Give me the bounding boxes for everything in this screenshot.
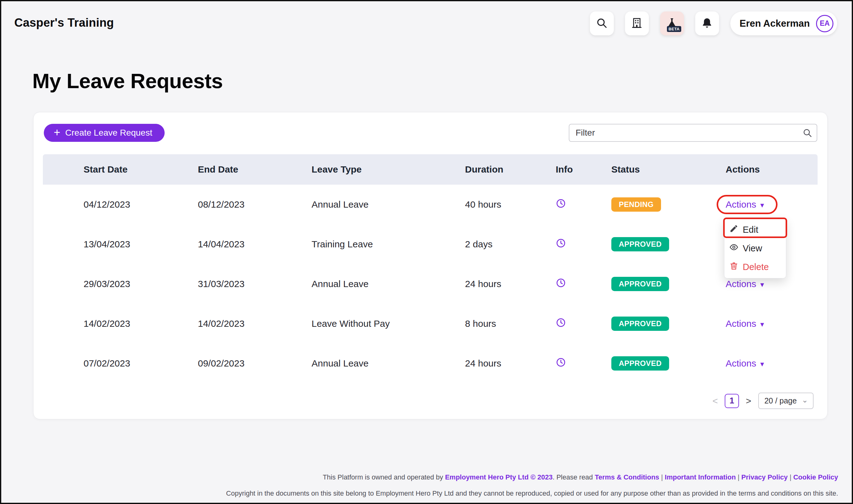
chevron-down-icon: ⌄ <box>802 396 808 404</box>
eye-icon <box>729 243 738 254</box>
cell-end-date: 14/02/2023 <box>198 319 312 329</box>
status-badge: APPROVED <box>611 277 669 291</box>
actions-dropdown-menu: Edit View Delete <box>724 218 786 278</box>
cell-leave-type: Annual Leave <box>312 279 465 289</box>
table-row: 07/02/2023 09/02/2023 Annual Leave 24 ho… <box>43 344 818 383</box>
cookie-policy-link[interactable]: Cookie Policy <box>794 473 838 481</box>
menu-item-view[interactable]: View <box>725 239 786 257</box>
table-header: Start Date End Date Leave Type Duration … <box>43 154 818 185</box>
actions-dropdown-trigger[interactable]: Actions▾ <box>726 319 764 329</box>
employment-hero-link[interactable]: Employment Hero Pty Ltd © 2023 <box>445 473 553 481</box>
filter-wrap <box>569 124 817 142</box>
column-header-actions: Actions <box>726 164 818 175</box>
create-leave-request-label: Create Leave Request <box>65 128 152 138</box>
cell-duration: 24 hours <box>465 279 556 289</box>
chevron-down-icon: ▾ <box>760 360 764 368</box>
menu-item-delete[interactable]: Delete <box>725 257 786 276</box>
trash-icon <box>729 261 738 272</box>
actions-label: Actions <box>726 279 756 289</box>
company-button[interactable] <box>625 12 649 35</box>
footer-separator: | <box>736 473 742 481</box>
cell-start-date: 29/03/2023 <box>84 279 198 289</box>
footer-line-2: Copyright in the documents on this site … <box>226 485 838 502</box>
cell-duration: 8 hours <box>465 319 556 329</box>
actions-dropdown-trigger[interactable]: Actions▾ <box>726 199 764 210</box>
clock-info-icon[interactable] <box>556 238 566 248</box>
important-information-link[interactable]: Important Information <box>665 473 736 481</box>
privacy-policy-link[interactable]: Privacy Policy <box>742 473 788 481</box>
cell-status: APPROVED <box>611 277 726 291</box>
pencil-icon <box>729 224 738 235</box>
cell-info <box>556 357 611 370</box>
beta-badge: BETA <box>667 26 681 32</box>
filter-input[interactable] <box>569 124 817 142</box>
terms-conditions-link[interactable]: Terms & Conditions <box>595 473 659 481</box>
app-title: Casper's Training <box>14 16 114 30</box>
status-badge: APPROVED <box>611 237 669 251</box>
cell-info <box>556 238 611 250</box>
table-row: 29/03/2023 31/03/2023 Annual Leave 24 ho… <box>43 264 818 304</box>
status-badge: APPROVED <box>611 317 669 331</box>
actions-dropdown-trigger[interactable]: Actions▾ <box>726 358 764 369</box>
avatar: EA <box>816 15 833 32</box>
cell-info <box>556 318 611 330</box>
table-row: 13/04/2023 14/04/2023 Training Leave 2 d… <box>43 224 818 264</box>
menu-item-label: Delete <box>743 262 769 272</box>
building-icon <box>631 17 643 30</box>
bell-icon <box>701 17 713 30</box>
cell-leave-type: Annual Leave <box>312 199 465 210</box>
menu-item-edit[interactable]: Edit <box>725 220 786 239</box>
beta-feature-button[interactable]: BETA <box>660 12 684 35</box>
clock-info-icon[interactable] <box>556 278 566 288</box>
cell-leave-type: Leave Without Pay <box>312 319 465 329</box>
actions-dropdown-trigger[interactable]: Actions▾ <box>726 279 764 289</box>
status-badge: PENDING <box>611 197 661 212</box>
leave-requests-card: + Create Leave Request Start Date End Da… <box>33 112 828 419</box>
chevron-down-icon: ▾ <box>760 321 764 328</box>
page-size-select[interactable]: 20 / page ⌄ <box>758 393 814 409</box>
cell-duration: 24 hours <box>465 358 556 369</box>
cell-status: APPROVED <box>611 356 726 371</box>
pagination-page-1[interactable]: 1 <box>725 394 739 408</box>
column-header-status: Status <box>611 164 726 175</box>
search-button[interactable] <box>590 12 614 35</box>
cell-actions: Actions▾ <box>726 319 818 329</box>
page: Casper's Training <box>0 0 853 504</box>
chevron-down-icon: ▾ <box>760 281 764 288</box>
plus-icon: + <box>54 127 60 138</box>
column-header-end-date: End Date <box>198 164 312 175</box>
actions-label: Actions <box>726 358 756 369</box>
footer: This Platform is owned and operated by E… <box>226 469 838 502</box>
page-size-value: 20 / page <box>764 396 797 405</box>
cell-status: APPROVED <box>611 237 726 251</box>
search-icon <box>802 128 812 139</box>
footer-line-1: This Platform is owned and operated by E… <box>226 469 838 485</box>
user-menu[interactable]: Eren Ackerman EA <box>730 12 837 35</box>
cell-actions: Actions▾ <box>726 358 818 369</box>
table-row: 14/02/2023 14/02/2023 Leave Without Pay … <box>43 304 818 344</box>
actions-label: Actions <box>726 199 756 210</box>
cell-leave-type: Training Leave <box>312 239 465 250</box>
cell-start-date: 07/02/2023 <box>84 358 198 369</box>
clock-info-icon[interactable] <box>556 318 566 328</box>
cell-duration: 2 days <box>465 239 556 250</box>
status-badge: APPROVED <box>611 356 669 371</box>
pagination-next[interactable]: > <box>746 396 751 406</box>
clock-info-icon[interactable] <box>556 357 566 367</box>
notifications-button[interactable] <box>695 12 719 35</box>
table-body: 04/12/2023 08/12/2023 Annual Leave 40 ho… <box>43 185 818 383</box>
cell-end-date: 08/12/2023 <box>198 199 312 210</box>
cell-info <box>556 278 611 290</box>
pagination-prev[interactable]: < <box>713 396 718 406</box>
footer-text: . Please read <box>553 473 595 481</box>
clock-info-icon[interactable] <box>556 198 566 209</box>
chevron-down-icon: ▾ <box>760 201 764 209</box>
table-row: 04/12/2023 08/12/2023 Annual Leave 40 ho… <box>43 185 818 224</box>
search-icon <box>596 17 608 30</box>
create-leave-request-button[interactable]: + Create Leave Request <box>44 124 164 142</box>
column-header-start-date: Start Date <box>84 164 198 175</box>
column-header-info: Info <box>556 164 611 175</box>
user-name: Eren Ackerman <box>739 18 810 29</box>
cell-info <box>556 198 611 211</box>
cell-actions: Actions▾ <box>726 279 818 289</box>
